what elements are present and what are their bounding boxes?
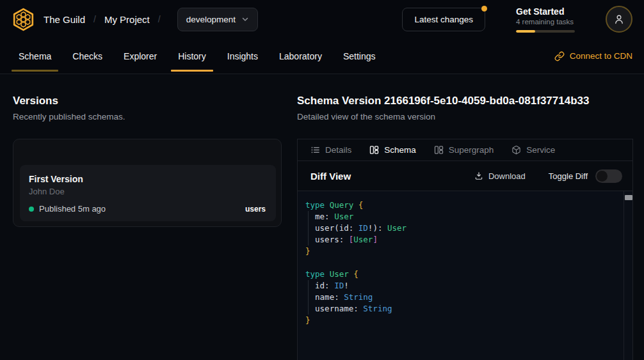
- nav-tab-laboratory[interactable]: Laboratory: [272, 38, 329, 74]
- link-icon: [554, 51, 565, 61]
- code-line: users: [User]: [305, 234, 632, 246]
- schema-version-detail-box: DetailsSchemaSupergraphService Diff View…: [297, 139, 633, 360]
- nav-tab-insights[interactable]: Insights: [220, 38, 265, 74]
- version-service-badge: users: [245, 205, 266, 214]
- detail-tab-label: Schema: [384, 145, 416, 155]
- nav-tab-label: Checks: [72, 51, 102, 61]
- target-selector-value: development: [186, 15, 236, 24]
- code-line: [305, 257, 632, 269]
- versions-subtitle: Recently published schemas.: [13, 112, 282, 121]
- columns-icon: [369, 145, 379, 155]
- version-status-text: Published 5m ago: [39, 204, 106, 214]
- user-avatar[interactable]: [606, 6, 632, 33]
- nav-tab-schema[interactable]: Schema: [12, 38, 58, 74]
- chevron-down-icon: [241, 15, 249, 23]
- download-label: Download: [488, 171, 526, 181]
- schema-code-viewer: type Query { me: User user(id: ID!): Use…: [298, 191, 632, 360]
- code-scrollbar[interactable]: [624, 191, 632, 360]
- schema-version-panel: Schema Version 2166196f-5e10-4059-bd0a-0…: [297, 74, 633, 360]
- nav-tab-explorer[interactable]: Explorer: [117, 38, 164, 74]
- nav-tab-history[interactable]: History: [171, 38, 213, 74]
- detail-tab-label: Supergraph: [449, 145, 494, 155]
- toggle-diff-switch[interactable]: [595, 169, 622, 183]
- toggle-diff-knob: [597, 171, 608, 182]
- cube-icon: [511, 145, 521, 155]
- nav-tab-settings[interactable]: Settings: [336, 38, 383, 74]
- version-status-row: Published 5m ago users: [29, 204, 266, 214]
- latest-changes-label: Latest changes: [414, 15, 473, 24]
- breadcrumb-separator: /: [93, 14, 96, 24]
- code-line: username: String: [305, 303, 632, 315]
- target-selector-dropdown[interactable]: development: [177, 8, 258, 31]
- nav-tab-checks[interactable]: Checks: [65, 38, 109, 74]
- breadcrumb-org[interactable]: The Guild: [44, 14, 85, 25]
- nav-tab-label: Explorer: [124, 51, 157, 61]
- detail-tab-service[interactable]: Service: [511, 145, 555, 155]
- versions-list-card: First Version John Doe Published 5m ago …: [13, 139, 282, 227]
- code-line: }: [305, 246, 632, 257]
- detail-tab-details[interactable]: Details: [310, 145, 351, 155]
- published-status-dot: [29, 207, 34, 212]
- schema-code: type Query { me: User user(id: ID!): Use…: [298, 191, 632, 326]
- hive-logo-icon[interactable]: [12, 8, 35, 31]
- code-scrollbar-thumb[interactable]: [625, 195, 632, 200]
- get-started-widget[interactable]: Get Started 4 remaining tasks: [516, 6, 575, 33]
- detail-tab-supergraph[interactable]: Supergraph: [434, 145, 494, 155]
- notification-dot: [481, 6, 487, 12]
- breadcrumb: The Guild / My Project /: [44, 14, 169, 25]
- download-button[interactable]: Download: [474, 171, 526, 181]
- schema-version-subtitle: Detailed view of the schema version: [297, 112, 633, 121]
- detail-tab-label: Service: [526, 145, 555, 155]
- nav-tab-label: Schema: [19, 51, 51, 61]
- person-icon: [613, 13, 625, 26]
- nav-tab-label: Insights: [227, 51, 258, 61]
- code-line: me: User: [305, 211, 632, 223]
- detail-tab-label: Details: [325, 145, 351, 155]
- indent-guide: [308, 211, 309, 246]
- columns-icon: [434, 145, 444, 155]
- code-line: id: ID!: [305, 280, 632, 292]
- code-line: name: String: [305, 292, 632, 303]
- connect-to-cdn-link[interactable]: Connect to CDN: [554, 38, 632, 74]
- version-name: First Version: [29, 174, 266, 184]
- top-header: The Guild / My Project / development Lat…: [0, 0, 644, 38]
- primary-nav: SchemaChecksExplorerHistoryInsightsLabor…: [0, 38, 644, 74]
- versions-panel: Versions Recently published schemas. Fir…: [0, 74, 294, 227]
- list-icon: [310, 145, 320, 155]
- version-list-item[interactable]: First Version John Doe Published 5m ago …: [20, 165, 276, 221]
- indent-guide: [308, 280, 309, 315]
- nav-tab-label: History: [178, 51, 206, 61]
- schema-version-title: Schema Version 2166196f-5e10-4059-bd0a-0…: [297, 95, 633, 107]
- detail-tabs: DetailsSchemaSupergraphService: [298, 139, 632, 161]
- code-line: type Query {: [305, 200, 632, 211]
- diff-view-header: Diff View Download Toggle Diff: [298, 161, 632, 191]
- nav-tab-label: Laboratory: [279, 51, 322, 61]
- code-line: }: [305, 315, 632, 326]
- code-line: user(id: ID!): User: [305, 223, 632, 234]
- latest-changes-button[interactable]: Latest changes: [402, 8, 485, 31]
- primary-nav-tabs: SchemaChecksExplorerHistoryInsightsLabor…: [12, 38, 390, 74]
- breadcrumb-separator: /: [158, 14, 161, 24]
- detail-tab-schema[interactable]: Schema: [369, 145, 416, 155]
- nav-tab-label: Settings: [343, 51, 376, 61]
- code-line: type User {: [305, 269, 632, 280]
- get-started-progress-fill: [516, 30, 535, 33]
- toggle-diff-group: Toggle Diff: [549, 169, 622, 183]
- toggle-diff-label: Toggle Diff: [549, 171, 588, 181]
- diff-view-title: Diff View: [310, 171, 351, 182]
- connect-to-cdn-label: Connect to CDN: [570, 51, 632, 61]
- breadcrumb-project[interactable]: My Project: [104, 14, 150, 25]
- get-started-subtitle: 4 remaining tasks: [516, 18, 575, 26]
- download-icon: [474, 171, 483, 180]
- get-started-progressbar: [516, 30, 575, 33]
- get-started-title: Get Started: [516, 6, 575, 17]
- version-author: John Doe: [29, 187, 266, 196]
- versions-title: Versions: [13, 95, 282, 107]
- header-right-group: Latest changes Get Started 4 remaining t…: [402, 6, 632, 33]
